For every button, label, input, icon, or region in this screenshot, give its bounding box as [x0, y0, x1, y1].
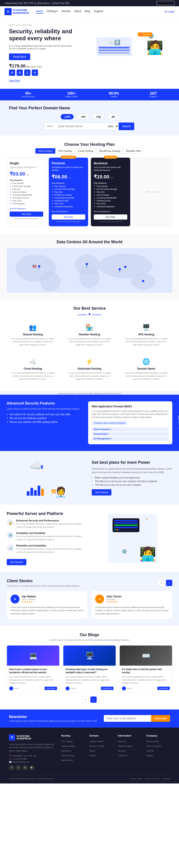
countdown-0: 0 [9, 69, 15, 76]
nav-hosting[interactable]: Hosting ▾ [47, 10, 58, 13]
platform-feature-security-text: Enhanced Security and Performance It is … [16, 519, 86, 529]
footer-sitemap-link[interactable]: Sitemap [146, 750, 153, 752]
power-list: Better support flexibility and more begi… [92, 476, 172, 486]
footer-support-link[interactable]: Support [146, 754, 153, 757]
tab-cloud-hosting[interactable]: Cloud Hosting [75, 148, 96, 154]
nav-support[interactable]: Support [94, 10, 103, 13]
plan-business-buy-button[interactable]: Buy Now [94, 214, 127, 220]
footer-icann-link[interactable]: ICANN [90, 754, 96, 757]
blog-1-footer: Admin Read More [9, 686, 57, 690]
blog-3-read-button[interactable]: Read More [157, 687, 170, 690]
platform-grid: Powerful Server and Platform 🔒 Enhanced … [7, 512, 172, 565]
plan-single-see-all[interactable]: See All Features ▾ [10, 208, 43, 210]
svg-point-3 [80, 266, 99, 288]
blogs-next-button[interactable]: › [90, 696, 97, 703]
datacenter-section: Data Centres All Around the World 🇺🇸 [0, 233, 179, 300]
footer-reseller-link[interactable]: Reseller Plan [61, 759, 73, 761]
footer-bottom-sitemap[interactable]: Sitemap [163, 778, 170, 780]
footer-reviews-link[interactable]: Reviews [118, 750, 125, 752]
tld-org[interactable]: .org [92, 114, 104, 119]
hero-view-deal-link[interactable]: View Deal [9, 79, 20, 82]
footer-domain-transfer-link[interactable]: Domain Transfer [90, 745, 105, 747]
youtube-icon[interactable]: ▶ [29, 765, 34, 770]
bar-3 [34, 490, 37, 496]
blog-3-image: ⌨️ [120, 646, 172, 665]
footer-shared-link[interactable]: Shared Hosting [61, 745, 75, 747]
newsletter-email-input[interactable] [104, 715, 151, 722]
footer-terms-link[interactable]: Terms of Service [146, 745, 161, 747]
hosting-plans-section: Choose Your Hosting Plan Web Hosting VPS… [0, 135, 179, 233]
waf-item-2[interactable]: Firewall Rules ▾ [92, 432, 169, 436]
floating-star-icon: ✦ [146, 517, 148, 521]
hero-read-more-button[interactable]: Read More [9, 54, 30, 60]
nav-domain[interactable]: Domain [61, 10, 70, 13]
footer-privacy-link[interactable]: Privacy Policy [146, 740, 159, 743]
nav-home[interactable]: Home [36, 10, 43, 13]
testimonials-next-button[interactable]: › [166, 580, 172, 586]
login-button[interactable]: ⊕ Login [165, 10, 175, 13]
footer-domain-search-link[interactable]: Domain Search [90, 740, 103, 743]
footer-brand-col: W IN HOSTING WORDPRESS Lorem ipsum dolor… [9, 734, 57, 770]
testimonial-1-header: V Van Robert CEO, Company ★★★★★ [10, 594, 84, 603]
blog-2-read-button[interactable]: Read More [101, 687, 114, 690]
power-get-started-button[interactable]: Get Started [92, 489, 112, 495]
footer-affiliate-link[interactable]: Affiliate Program [118, 745, 133, 747]
twitter-icon[interactable]: t [16, 765, 21, 770]
top-bar: Unbelievable Deal: 50% OFF on Select Ite… [0, 0, 179, 6]
tab-vps-hosting[interactable]: VPS Hosting [55, 148, 75, 154]
nav-blog[interactable]: Blog [85, 10, 90, 13]
platform-get-started-button[interactable]: Get Started [7, 559, 26, 565]
footer-logo-text: IN HOSTING WORDPRESS [17, 735, 31, 740]
footer-col-information-title: Information [118, 734, 142, 737]
blogs-subtitle: Lorem ipsum is simply dummy text of the … [7, 639, 172, 641]
nav-about[interactable]: About [74, 10, 81, 13]
facebook-icon[interactable]: f [9, 765, 14, 770]
blogs-section: Our Blogs Lorem ipsum is simply dummy te… [0, 626, 179, 710]
tab-web-hosting[interactable]: Web Hosting [35, 148, 55, 154]
blog-3-text: It is a long established fact that a rea… [122, 676, 170, 685]
plan-premium-buy-button[interactable]: Buy Now [52, 214, 85, 220]
plan-single-buy-button[interactable]: Buy Now [10, 212, 43, 217]
blog-1-read-button[interactable]: Read More [44, 687, 57, 690]
footer-cloud-link[interactable]: Cloud Hosting [61, 754, 74, 757]
language-button[interactable]: Language ▼ [156, 1, 175, 5]
waf-item-1[interactable]: DDoS Protection ▾ [92, 427, 169, 431]
footer-col-hosting: Hosting VPS Hosting Shared Hosting WordP… [61, 734, 85, 770]
footer-about-link[interactable]: About Us [118, 740, 126, 743]
waf-item-3[interactable]: Bot Management ▾ [92, 437, 169, 441]
footer-wordpress-link[interactable]: WordPress [61, 750, 71, 752]
svg-point-10 [124, 266, 126, 268]
newsletter-subscribe-button[interactable]: Subscribe [151, 715, 170, 722]
plan-business-see-all[interactable]: See All Features ▾ [94, 210, 127, 213]
plan-premium-see-all[interactable]: See All Features ▾ [52, 210, 85, 213]
footer-bottom-terms[interactable]: Terms of Service [145, 778, 160, 780]
footer-logo-box: W [9, 734, 15, 741]
services-section: Our Best Service 👥 Shared Hosting It is … [0, 300, 179, 391]
tab-wordpress-hosting[interactable]: WordPress Hosting [96, 148, 123, 154]
footer-col-company: Company Privacy Policy Terms of Service … [146, 734, 170, 770]
plan-tabs: Web Hosting VPS Hosting Cloud Hosting Wo… [7, 148, 172, 154]
tld-au[interactable]: .au [108, 114, 118, 119]
blogs-prev-button[interactable]: ‹ [82, 696, 89, 703]
tab-reseller-plan[interactable]: Reseller Plan [123, 148, 144, 154]
footer-vps-link[interactable]: VPS Hosting [61, 740, 72, 743]
footer-contact-link[interactable]: Contact Us [118, 754, 128, 757]
tld-com[interactable]: .com [61, 114, 73, 119]
ssl-badge: Transport Layer Security Encryption [92, 421, 127, 425]
blog-2-text: It is a long established fact that a rea… [65, 676, 114, 685]
footer-whois-link[interactable]: Whois [90, 750, 95, 752]
plan-business-name: Business [94, 161, 127, 165]
tld-net[interactable]: .net [77, 114, 89, 119]
footer-bottom-privacy[interactable]: Privacy Policy [130, 778, 142, 780]
platform-feature-security: 🔒 Enhanced Security and Performance It i… [7, 519, 86, 529]
domain-search-button[interactable]: Search [119, 123, 134, 130]
platform-title: Powerful Server and Platform [7, 512, 86, 516]
domain-input[interactable] [56, 123, 104, 130]
tld-select[interactable]: .com .net .org [104, 123, 119, 130]
security-feature-1: We unblock SSL security certificate and … [7, 413, 84, 416]
testimonials-prev-button[interactable]: ‹ [158, 580, 164, 586]
svg-point-12 [142, 280, 144, 282]
arrow-up-icon: ⬆ [40, 464, 44, 470]
linkedin-icon[interactable]: in [22, 765, 28, 770]
testimonial-1-avatar: V [10, 594, 20, 603]
